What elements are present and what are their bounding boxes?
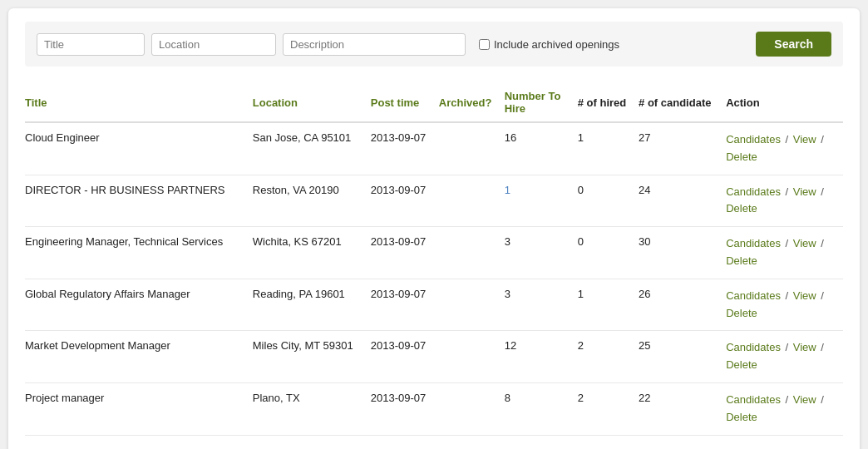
- cell-num-candidate: 26: [639, 279, 726, 331]
- delete-link[interactable]: Delete: [726, 202, 757, 215]
- table-row: Cloud EngineerSan Jose, CA 951012013-09-…: [25, 122, 843, 175]
- cell-title: Project manager: [25, 382, 253, 435]
- cell-num-hired: 0: [578, 175, 639, 227]
- cell-num-hired: 2: [578, 382, 639, 435]
- cell-title: Market Development Manager: [25, 331, 253, 383]
- cell-num-hired: 2: [578, 331, 639, 383]
- delete-link[interactable]: Delete: [726, 150, 757, 163]
- cell-title: Global Regulatory Affairs Manager: [25, 279, 253, 331]
- cell-location: Miles City, MT 59301: [253, 331, 371, 383]
- cell-number-to-hire: 1: [505, 175, 578, 227]
- cell-action: Candidates / View /Delete: [726, 227, 843, 279]
- cell-num-hired: 0: [578, 227, 639, 279]
- cell-action: Candidates / View /Delete: [726, 382, 843, 435]
- cell-post-time: 2013-09-07: [371, 331, 439, 383]
- delete-link[interactable]: Delete: [726, 411, 757, 423]
- cell-location: Wichita, KS 67201: [253, 227, 371, 279]
- cell-action: Candidates / View /Delete: [726, 175, 843, 227]
- view-link[interactable]: View: [793, 289, 816, 302]
- view-link[interactable]: View: [793, 237, 816, 249]
- cell-post-time: 2013-09-07: [371, 227, 439, 279]
- col-num-candidate: # of candidate: [639, 83, 726, 122]
- col-post-time: Post time: [371, 83, 439, 122]
- archive-label-text: Include archived openings: [494, 38, 619, 51]
- cell-num-hired: 1: [578, 122, 639, 175]
- cell-action: Candidates / View /Delete: [726, 331, 843, 383]
- openings-table: Title Location Post time Archived? Numbe…: [25, 83, 843, 436]
- table-row: DIRECTOR - HR BUSINESS PARTNERSReston, V…: [25, 175, 843, 227]
- candidates-link[interactable]: Candidates: [726, 289, 781, 302]
- view-link[interactable]: View: [793, 341, 816, 353]
- cell-num-candidate: 30: [639, 227, 726, 279]
- view-link[interactable]: View: [793, 133, 816, 146]
- col-num-hired: # of hired: [578, 83, 639, 122]
- cell-num-candidate: 27: [639, 122, 726, 175]
- cell-archived: [439, 122, 505, 175]
- cell-number-to-hire: 8: [505, 382, 578, 435]
- delete-link[interactable]: Delete: [726, 254, 757, 267]
- table-header-row: Title Location Post time Archived? Numbe…: [25, 83, 843, 122]
- cell-post-time: 2013-09-07: [371, 175, 439, 227]
- cell-action: Candidates / View /Delete: [726, 279, 843, 331]
- location-input[interactable]: [151, 33, 276, 56]
- cell-number-to-hire: 3: [505, 227, 578, 279]
- cell-post-time: 2013-09-07: [371, 122, 439, 175]
- cell-num-hired: 1: [578, 279, 639, 331]
- delete-link[interactable]: Delete: [726, 358, 757, 371]
- cell-location: Reston, VA 20190: [253, 175, 371, 227]
- title-input[interactable]: [37, 33, 145, 56]
- col-title: Title: [25, 83, 253, 122]
- table-row: Engineering Manager, Technical ServicesW…: [25, 227, 843, 279]
- cell-number-to-hire: 16: [505, 122, 578, 175]
- table-row: Global Regulatory Affairs ManagerReading…: [25, 279, 843, 331]
- cell-num-candidate: 25: [639, 331, 726, 383]
- cell-title: DIRECTOR - HR BUSINESS PARTNERS: [25, 175, 253, 227]
- col-action: Action: [726, 83, 843, 122]
- description-input[interactable]: [283, 33, 466, 56]
- cell-post-time: 2013-09-07: [371, 279, 439, 331]
- cell-archived: [439, 382, 505, 435]
- candidates-link[interactable]: Candidates: [726, 341, 781, 353]
- candidates-link[interactable]: Candidates: [726, 185, 781, 198]
- archive-label[interactable]: Include archived openings: [479, 38, 619, 51]
- table-row: Project managerPlano, TX2013-09-078222Ca…: [25, 382, 843, 435]
- cell-num-candidate: 24: [639, 175, 726, 227]
- candidates-link[interactable]: Candidates: [726, 393, 781, 406]
- search-bar: Include archived openings Search: [25, 22, 843, 67]
- cell-location: Reading, PA 19601: [253, 279, 371, 331]
- col-archived: Archived?: [439, 83, 505, 122]
- candidates-link[interactable]: Candidates: [726, 237, 781, 249]
- cell-action: Candidates / View /Delete: [726, 122, 843, 175]
- view-link[interactable]: View: [793, 393, 816, 406]
- table-row: Market Development ManagerMiles City, MT…: [25, 331, 843, 383]
- cell-number-to-hire: 12: [505, 331, 578, 383]
- candidates-link[interactable]: Candidates: [726, 133, 781, 146]
- search-button[interactable]: Search: [756, 32, 831, 57]
- cell-archived: [439, 227, 505, 279]
- archive-checkbox[interactable]: [479, 39, 490, 50]
- col-location: Location: [253, 83, 371, 122]
- view-link[interactable]: View: [793, 185, 816, 198]
- cell-title: Cloud Engineer: [25, 122, 253, 175]
- cell-archived: [439, 279, 505, 331]
- col-number-to-hire: Number To Hire: [505, 83, 578, 122]
- cell-num-candidate: 22: [639, 382, 726, 435]
- cell-post-time: 2013-09-07: [371, 382, 439, 435]
- cell-location: San Jose, CA 95101: [253, 122, 371, 175]
- cell-number-to-hire: 3: [505, 279, 578, 331]
- cell-title: Engineering Manager, Technical Services: [25, 227, 253, 279]
- cell-archived: [439, 331, 505, 383]
- cell-archived: [439, 175, 505, 227]
- cell-location: Plano, TX: [253, 382, 371, 435]
- main-container: Include archived openings Search Title L…: [8, 8, 860, 449]
- delete-link[interactable]: Delete: [726, 307, 757, 319]
